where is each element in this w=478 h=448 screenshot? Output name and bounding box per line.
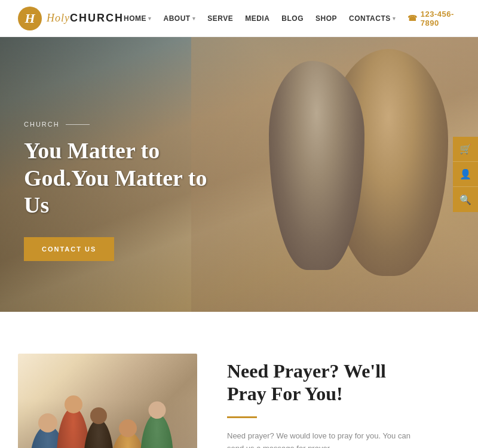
nav-serve[interactable]: SERVE: [207, 14, 233, 23]
head-2: [65, 395, 82, 413]
logo-holy: Holy: [47, 12, 70, 24]
main-nav: HOME ▾ ABOUT ▾ SERVE MEDIA BLOG SHOP CON…: [124, 10, 460, 27]
logo-text: HolyCHURCH: [47, 12, 124, 24]
hero-content: CHURCH You Matter to God.You Matter to U…: [24, 121, 227, 261]
head-5: [148, 401, 166, 419]
phone-icon: ☎: [407, 14, 418, 23]
head-4: [119, 419, 137, 437]
prayer-description: Need prayer? We would love to pray for y…: [227, 430, 418, 448]
head-1: [38, 413, 57, 432]
prayer-text-content: Need Prayer? We'll Pray For You! Need pr…: [227, 354, 460, 448]
person-4: [111, 431, 145, 448]
nav-about[interactable]: ABOUT ▾: [164, 14, 196, 23]
search-icon-btn[interactable]: 🔍: [453, 187, 478, 212]
hero-cta-button[interactable]: CONTACT US: [24, 237, 114, 261]
chevron-down-icon: ▾: [393, 16, 396, 22]
cart-icon-btn[interactable]: 🛒: [453, 137, 478, 162]
nav-media[interactable]: MEDIA: [245, 14, 269, 23]
hero-section: CHURCH You Matter to God.You Matter to U…: [0, 37, 478, 312]
side-icons: 🛒 👤 🔍: [453, 137, 478, 212]
chevron-down-icon: ▾: [192, 16, 196, 22]
prayer-section-image: [18, 354, 197, 448]
site-header: H HolyCHURCH HOME ▾ ABOUT ▾ SERVE MEDIA …: [0, 0, 478, 37]
hero-tag: CHURCH: [24, 121, 227, 128]
nav-shop[interactable]: SHOP: [315, 14, 337, 23]
chevron-down-icon: ▾: [148, 16, 152, 22]
logo-icon: H: [18, 7, 42, 30]
title-divider: [227, 416, 257, 418]
person-5: [140, 413, 173, 448]
head-3: [90, 407, 107, 424]
nav-blog[interactable]: BLOG: [281, 14, 304, 23]
prayer-title: Need Prayer? We'll Pray For You!: [227, 360, 460, 406]
phone-link[interactable]: ☎ 123-456-7890: [407, 10, 460, 27]
nav-home[interactable]: HOME ▾: [124, 14, 152, 23]
logo-church: CHURCH: [70, 12, 124, 24]
person-3: [84, 419, 114, 448]
prayer-section: Need Prayer? We'll Pray For You! Need pr…: [0, 312, 478, 448]
hero-title: You Matter to God.You Matter to Us: [24, 137, 227, 219]
logo[interactable]: H HolyCHURCH: [18, 7, 124, 30]
user-icon-btn[interactable]: 👤: [453, 162, 478, 187]
nav-contacts[interactable]: CONTACTS ▾: [349, 14, 396, 23]
